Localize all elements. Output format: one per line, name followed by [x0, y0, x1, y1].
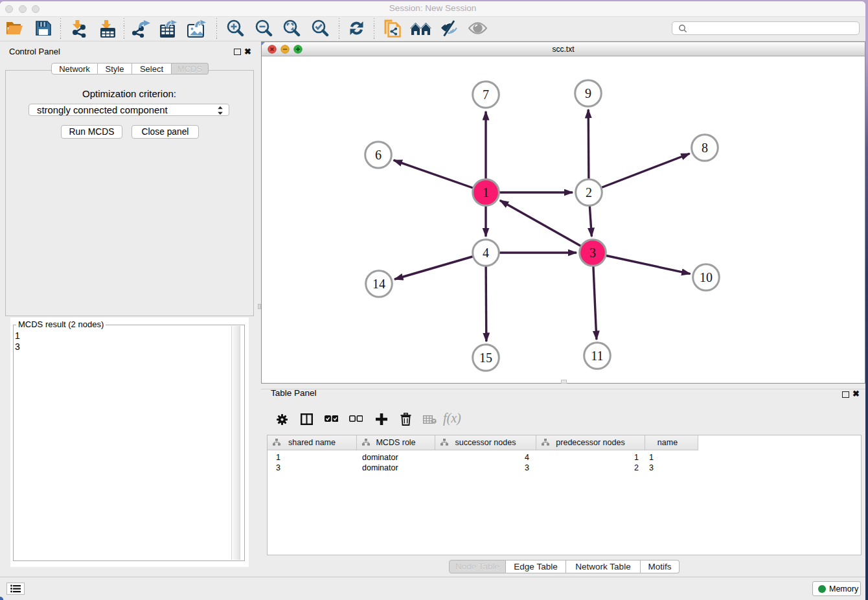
svg-text:9: 9	[585, 86, 591, 100]
svg-text:11: 11	[591, 349, 603, 363]
svg-text:10: 10	[700, 270, 713, 284]
svg-text:15: 15	[479, 351, 492, 365]
svg-text:3: 3	[589, 246, 596, 260]
svg-text:7: 7	[483, 87, 489, 102]
svg-text:1: 1	[483, 185, 489, 200]
svg-text:6: 6	[375, 148, 382, 162]
svg-text:8: 8	[702, 141, 708, 155]
svg-text:14: 14	[372, 277, 385, 291]
svg-text:2: 2	[586, 185, 592, 200]
svg-text:4: 4	[483, 246, 489, 260]
